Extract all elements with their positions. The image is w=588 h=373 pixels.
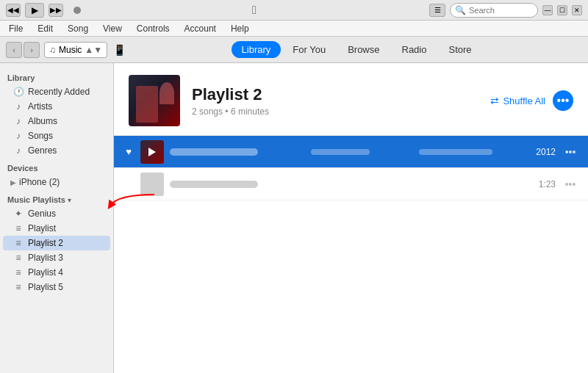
track-album	[419, 149, 520, 155]
library-section-header: Library	[0, 69, 113, 84]
selector-arrow-icon: ▲▼	[85, 45, 102, 55]
now-playing-icon	[148, 148, 156, 156]
track-thumbnail	[140, 173, 164, 196]
title-bar-center: 	[252, 4, 257, 17]
sidebar-item-recently-added[interactable]: 🕐 Recently Added	[3, 84, 110, 99]
albums-icon: ♪	[13, 116, 24, 126]
track-list: ♥ 2012 •••	[114, 136, 588, 373]
love-icon[interactable]	[123, 178, 135, 190]
content-header: Playlist 2 2 songs • 6 minutes ⇄ Shuffle…	[114, 63, 588, 136]
menu-view[interactable]: View	[100, 22, 125, 35]
playlists-header-label: Music Playlists	[7, 195, 65, 204]
genres-icon: ♪	[13, 145, 24, 156]
love-icon[interactable]: ♥	[123, 146, 135, 158]
close-button[interactable]: ✕	[572, 5, 582, 15]
title-bar: ◀◀ ▶ ▶▶  ☰ 🔍 — ☐ ✕	[0, 0, 588, 21]
menu-controls[interactable]: Controls	[134, 22, 173, 35]
maximize-button[interactable]: ☐	[557, 5, 567, 15]
track-name-blurred	[170, 148, 258, 156]
sidebar-item-albums[interactable]: ♪ Albums	[3, 114, 110, 128]
track-name	[170, 148, 305, 156]
devices-section-header: Devices	[0, 158, 113, 175]
sidebar-label-playlist5: Playlist 5	[28, 282, 63, 292]
sidebar-item-playlist2[interactable]: ≡ Playlist 2	[3, 236, 110, 250]
back-arrow-button[interactable]: ‹	[6, 42, 22, 58]
progress-thumb[interactable]	[74, 7, 81, 14]
sidebar-item-artists[interactable]: ♪ Artists	[3, 99, 110, 114]
menu-song[interactable]: Song	[65, 22, 91, 35]
tab-store[interactable]: Store	[438, 41, 481, 58]
search-input[interactable]	[469, 6, 535, 15]
artists-icon: ♪	[13, 101, 24, 112]
music-selector[interactable]: ♫ Music ▲▼	[44, 42, 107, 58]
sidebar-item-playlist[interactable]: ≡ Playlist	[3, 221, 110, 236]
fast-forward-button[interactable]: ▶▶	[49, 4, 63, 17]
tab-library[interactable]: Library	[232, 41, 282, 58]
track-more-button[interactable]: •••	[562, 143, 579, 161]
minimize-button[interactable]: —	[542, 5, 553, 15]
more-options-button[interactable]: •••	[553, 90, 573, 111]
tab-for-you[interactable]: For You	[282, 41, 336, 58]
header-actions: ⇄ Shuffle All •••	[490, 90, 573, 111]
sidebar-label-artists: Artists	[28, 101, 52, 112]
shuffle-all-button[interactable]: ⇄ Shuffle All	[490, 95, 545, 106]
main-layout: Library 🕐 Recently Added ♪ Artists ♪ Alb…	[0, 63, 588, 373]
play-button[interactable]: ▶	[25, 3, 44, 18]
playlists-collapse-icon: ▾	[68, 196, 71, 204]
sidebar-label-iphone: iPhone (2)	[19, 177, 60, 187]
table-row[interactable]: 1:23 •••	[114, 168, 588, 200]
device-button[interactable]: 📱	[112, 43, 126, 57]
playlist-title: Playlist 2	[192, 85, 478, 104]
track-more-button[interactable]: •••	[562, 175, 579, 193]
sidebar-item-playlist3[interactable]: ≡ Playlist 3	[3, 250, 110, 265]
playlists-section-header[interactable]: Music Playlists ▾	[0, 189, 113, 206]
track-duration: 1:23	[526, 179, 556, 189]
playlist4-icon: ≡	[13, 267, 24, 278]
nav-arrows: ‹ ›	[6, 42, 40, 58]
list-view-button[interactable]: ☰	[429, 4, 445, 17]
track-year: 2012	[526, 147, 556, 157]
forward-arrow-button[interactable]: ›	[24, 42, 40, 58]
songs-icon: ♪	[13, 131, 24, 141]
sidebar-label-recently-added: Recently Added	[28, 87, 90, 97]
title-bar-right: ☰ 🔍 — ☐ ✕	[429, 3, 582, 18]
sidebar-label-songs: Songs	[28, 131, 53, 141]
table-row[interactable]: ♥ 2012 •••	[114, 136, 588, 168]
sidebar-item-genius[interactable]: ✦ Genius	[3, 206, 110, 221]
playlist-meta: 2 songs • 6 minutes	[192, 106, 478, 117]
tab-radio[interactable]: Radio	[392, 41, 437, 58]
track-thumbnail	[140, 140, 164, 164]
playlist5-icon: ≡	[13, 282, 24, 292]
nav-tabs: Library For You Browse Radio Store	[232, 41, 482, 58]
genius-icon: ✦	[13, 209, 24, 219]
menu-file[interactable]: File	[6, 22, 26, 35]
menu-bar: File Edit Song View Controls Account Hel…	[0, 21, 588, 37]
menu-help[interactable]: Help	[228, 22, 252, 35]
sidebar-label-playlist2: Playlist 2	[28, 238, 63, 248]
sidebar-item-songs[interactable]: ♪ Songs	[3, 128, 110, 143]
shuffle-label: Shuffle All	[503, 95, 545, 106]
sidebar: Library 🕐 Recently Added ♪ Artists ♪ Alb…	[0, 63, 114, 373]
recently-added-icon: 🕐	[13, 87, 24, 97]
sidebar-item-iphone[interactable]: ▶ iPhone (2)	[0, 175, 113, 189]
menu-account[interactable]: Account	[182, 22, 219, 35]
device-expand-icon: ▶	[10, 178, 16, 186]
content-area: Playlist 2 2 songs • 6 minutes ⇄ Shuffle…	[114, 63, 588, 373]
sidebar-label-playlist4: Playlist 4	[28, 267, 63, 278]
playlist3-icon: ≡	[13, 253, 24, 263]
search-box[interactable]: 🔍	[450, 3, 538, 18]
menu-edit[interactable]: Edit	[35, 22, 56, 35]
rewind-button[interactable]: ◀◀	[6, 4, 21, 17]
tab-browse[interactable]: Browse	[337, 41, 390, 58]
track-name	[170, 181, 291, 188]
sidebar-label-genius: Genius	[28, 209, 56, 219]
sidebar-label-playlist: Playlist	[28, 223, 56, 233]
music-selector-label: Music	[59, 45, 82, 55]
sidebar-item-genres[interactable]: ♪ Genres	[3, 143, 110, 158]
playlist-info: Playlist 2 2 songs • 6 minutes	[192, 85, 478, 117]
sidebar-item-playlist5[interactable]: ≡ Playlist 5	[3, 280, 110, 294]
title-bar-left: ◀◀ ▶ ▶▶	[6, 3, 79, 18]
track-album-blurred	[419, 149, 492, 155]
music-note-icon: ♫	[49, 45, 56, 55]
sidebar-item-playlist4[interactable]: ≡ Playlist 4	[3, 265, 110, 280]
